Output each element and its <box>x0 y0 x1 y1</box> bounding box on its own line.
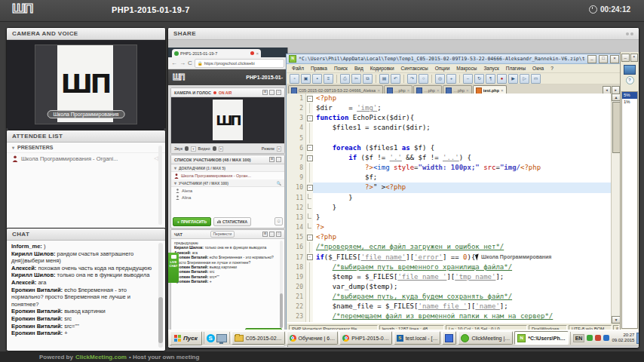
npp-close-button[interactable]: × <box>610 55 619 63</box>
presenter-video[interactable]: ШП Школа Программирования <box>35 44 137 124</box>
menu-запуск[interactable]: Запуск <box>480 66 501 71</box>
share-panel-header[interactable]: SHARE <box>168 28 639 40</box>
fold-toggle-icon[interactable]: − <box>307 96 313 102</box>
menu-правка[interactable]: Правка <box>308 66 330 71</box>
fold-margin[interactable] <box>306 311 313 321</box>
attendee-panel-header[interactable]: ATTENDEE LIST <box>7 130 165 143</box>
taskbar-button[interactable]: N*C:\Users\Ph… <box>514 331 568 345</box>
zoom-in-icon[interactable]: + <box>446 74 456 84</box>
nested-chat-header[interactable]: ЧАТ Перевести ⚙ _ □ <box>171 230 284 239</box>
fold-toggle-icon[interactable]: − <box>307 155 313 161</box>
fold-margin[interactable]: − <box>306 232 313 242</box>
skype-icon[interactable]: S <box>207 334 215 342</box>
menu-макросы[interactable]: Макросы <box>453 66 480 71</box>
background-archive-window[interactable]: _ × ? 5% 1% <box>620 52 639 330</box>
chat-minimize-icon[interactable]: _ <box>269 232 274 237</box>
participants-settings-icon[interactable]: ⚙ <box>269 157 274 162</box>
zoom-out-icon[interactable]: − <box>463 74 473 84</box>
tray-status-icon[interactable] <box>595 335 601 341</box>
undo-icon[interactable]: ↶ <box>391 74 400 84</box>
side-close-button[interactable]: × <box>630 54 639 62</box>
run-icon[interactable]: ▷ <box>520 74 529 84</box>
forward-icon[interactable]: → <box>179 60 186 67</box>
participants-minimize-icon[interactable]: _ <box>276 157 281 162</box>
nested-chat-scrollbar[interactable] <box>280 241 283 328</box>
open-file-icon[interactable]: ▣ <box>301 74 311 84</box>
nested-chat-scrollbar-thumb[interactable] <box>280 293 283 328</box>
npp-title-bar[interactable]: N *C:\Users\Phil\AppData\Local\Temp\Temp… <box>287 54 621 64</box>
menu-плагины[interactable]: Плагины <box>503 66 529 71</box>
emoticon-button[interactable]: ☺ <box>274 217 283 225</box>
tray-clock[interactable]: 20:27 09.02.2015 <box>612 333 634 343</box>
mode-dropdown[interactable]: ▾ <box>277 146 281 152</box>
find-icon[interactable]: ○ <box>419 74 428 84</box>
code-editor[interactable]: 1−<?php2$dir = 'img';3−function EchoPicx… <box>287 94 612 324</box>
record-macro-icon[interactable]: ● <box>497 74 507 84</box>
tab-close-icon[interactable]: × <box>256 51 259 56</box>
start-button[interactable]: Пуск <box>170 331 202 345</box>
menu-кодировки[interactable]: Кодировки <box>367 66 397 71</box>
show-desktop-icon[interactable] <box>636 333 639 344</box>
nested-presenter-row[interactable]: Школа Программирования - Орган... <box>171 172 284 179</box>
refresh-icon[interactable]: ↻ <box>474 74 484 84</box>
browser-tab[interactable]: PHP1-2015-01-19-7 × <box>172 49 261 57</box>
clickmeeting-link[interactable]: ClickMeeting.com <box>75 354 127 360</box>
fold-toggle-icon[interactable]: − <box>307 254 313 260</box>
nested-maximize-icon[interactable]: □ <box>276 90 281 95</box>
chat-message-area[interactable]: Inform_me: )Кирилл Шилов: рандом счастья… <box>7 241 165 350</box>
taskbar-button[interactable]: ClickMeeting |… <box>458 331 513 345</box>
shared-browser-window[interactable]: PHP1-2015-01-19-7 × ← → C 🔒 https://prog… <box>168 48 288 347</box>
video-dropdown[interactable]: ▾ <box>219 146 223 152</box>
nested-camera-header[interactable]: КАМЕРА И ГОЛОС ON AIR ⚙ _ □ <box>171 88 284 97</box>
invite-button[interactable]: + ПРИГЛАСИТЬ <box>173 217 211 226</box>
tray-status-icon[interactable] <box>587 335 593 341</box>
save-all-icon[interactable]: ≡ <box>324 74 333 84</box>
fold-margin[interactable]: − <box>306 94 313 103</box>
fold-toggle-icon[interactable]: − <box>307 235 313 241</box>
fold-margin[interactable] <box>306 103 313 113</box>
fold-margin[interactable] <box>306 213 313 222</box>
attendee-scrollbar[interactable] <box>158 146 162 225</box>
live-chat-side-tab[interactable]: LIVE CHAT <box>168 253 179 283</box>
chat-scrollbar-thumb[interactable] <box>158 297 163 343</box>
sound-dropdown[interactable]: ▾ <box>191 146 195 152</box>
my-computer-icon[interactable] <box>216 334 227 342</box>
tab-close-icon[interactable]: × <box>466 88 469 93</box>
fold-margin[interactable]: − <box>306 113 313 123</box>
fold-margin[interactable] <box>306 242 313 252</box>
fold-toggle-icon[interactable]: − <box>307 145 313 151</box>
language-indicator[interactable]: EN <box>573 334 585 342</box>
help-icon[interactable]: ? <box>626 76 634 84</box>
taskbar-button[interactable]: Обучение | 6… <box>287 331 339 345</box>
nested-settings-icon[interactable]: ⚙ <box>262 90 268 95</box>
nested-video[interactable]: ШП <box>171 97 284 143</box>
tab-close-icon[interactable]: × <box>437 88 440 93</box>
fold-margin[interactable] <box>306 123 313 133</box>
menu-окна[interactable]: Окна <box>529 66 547 71</box>
fold-margin[interactable] <box>306 173 313 183</box>
side-list-item[interactable]: 1% <box>622 99 637 106</box>
print-icon[interactable]: ⎙ <box>340 74 350 84</box>
menu-[interactable]: ? <box>547 66 557 71</box>
replace-icon[interactable]: ◎ <box>435 74 445 84</box>
npp-minimize-button[interactable]: _ <box>587 55 596 63</box>
attendees-subgroup-row[interactable]: ▾ УЧАСТНИКИ (47 / MAX 100) 🔍 <box>171 179 284 187</box>
copy-icon[interactable]: ⧉ <box>363 74 373 84</box>
fold-margin[interactable] <box>306 292 313 302</box>
fold-margin[interactable] <box>306 282 313 292</box>
fold-margin[interactable]: − <box>306 183 313 192</box>
attendee-row[interactable]: Alina <box>171 194 284 201</box>
tab-close-icon[interactable]: × <box>377 88 380 93</box>
menu-опции[interactable]: Опции <box>432 66 453 71</box>
taskbar-button[interactable] <box>442 331 456 345</box>
fold-margin[interactable] <box>306 163 313 173</box>
new-file-icon[interactable]: ▫ <box>290 74 299 84</box>
paste-icon[interactable]: ▤ <box>379 74 389 84</box>
fold-margin[interactable] <box>306 302 313 311</box>
nested-participants-header[interactable]: СПИСОК УЧАСТНИКОВ (48 / MAX 100) ⚙ _ <box>171 155 284 164</box>
taskbar-button[interactable]: PHP1-2015-0… <box>339 331 391 345</box>
redo-icon[interactable]: ↷ <box>407 74 417 84</box>
menu-файл[interactable]: Файл <box>289 66 307 71</box>
microphone-icon[interactable] <box>185 146 189 151</box>
camera-panel-header[interactable]: CAMERA AND VOICE <box>7 28 165 40</box>
